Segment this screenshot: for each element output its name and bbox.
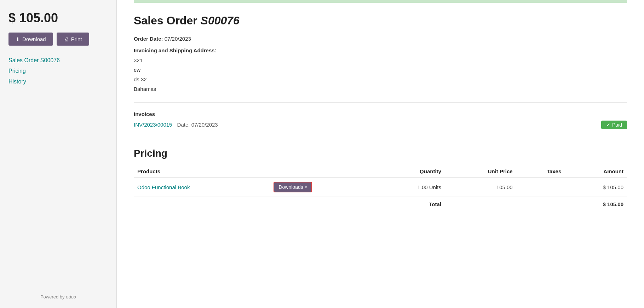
top-bar bbox=[134, 0, 627, 3]
order-date-label: Order Date: bbox=[134, 36, 163, 42]
download-label: Download bbox=[22, 36, 46, 42]
title-id: S00076 bbox=[201, 14, 240, 27]
address-line-2: ew bbox=[134, 65, 627, 75]
powered-by-text: Powered by bbox=[40, 294, 66, 300]
total-row: Total $ 105.00 bbox=[134, 197, 627, 212]
invoice-info: INV/2023/00015 Date: 07/20/2023 bbox=[134, 122, 218, 128]
product-link[interactable]: Odoo Functional Book bbox=[137, 184, 190, 190]
download-icon bbox=[16, 36, 20, 42]
sidebar-nav: Sales Order S00076 Pricing History bbox=[8, 56, 108, 87]
invoice-date: Date: 07/20/2023 bbox=[177, 122, 218, 128]
order-date-field: Order Date: 07/20/2023 bbox=[134, 36, 627, 42]
th-downloads bbox=[267, 165, 375, 178]
th-taxes: Taxes bbox=[516, 165, 565, 178]
order-date-value: 07/20/2023 bbox=[165, 36, 191, 42]
print-icon bbox=[64, 36, 69, 42]
invoice-date-value: 07/20/2023 bbox=[191, 122, 218, 128]
total-value: $ 105.00 bbox=[603, 201, 623, 207]
section-divider-1 bbox=[134, 102, 627, 103]
product-name-cell: Odoo Functional Book bbox=[134, 178, 267, 197]
print-label: Print bbox=[71, 36, 82, 42]
chevron-down-icon: ▾ bbox=[305, 185, 307, 190]
table-header-row: Products Quantity Unit Price Taxes Amoun… bbox=[134, 165, 627, 178]
sidebar-price: $ 105.00 bbox=[8, 11, 58, 25]
address-line-1: 321 bbox=[134, 56, 627, 65]
quantity-cell: 1.00 Units bbox=[375, 178, 445, 197]
invoice-date-label: Date: bbox=[177, 122, 190, 128]
invoice-number: INV/2023/00015 bbox=[134, 122, 172, 128]
sidebar: $ 105.00 Download Print Sales Order S000… bbox=[0, 0, 117, 308]
title-prefix: Sales Order bbox=[134, 14, 201, 27]
invoices-section: Invoices INV/2023/00015 Date: 07/20/2023… bbox=[134, 111, 627, 129]
invoice-link[interactable]: INV/2023/00015 bbox=[134, 122, 174, 128]
powered-by: Powered by odoo bbox=[8, 294, 108, 300]
th-unit-price: Unit Price bbox=[445, 165, 516, 178]
sidebar-item-pricing[interactable]: Pricing bbox=[8, 66, 108, 76]
downloads-button[interactable]: Downloads ▾ bbox=[274, 182, 312, 192]
unit-price-cell: 105.00 bbox=[445, 178, 516, 197]
amount-cell: $ 105.00 bbox=[565, 178, 627, 197]
address-label: Invoicing and Shipping Address: bbox=[134, 47, 217, 53]
total-empty-2 bbox=[267, 197, 375, 212]
taxes-cell bbox=[516, 178, 565, 197]
sidebar-buttons: Download Print bbox=[8, 33, 89, 46]
check-icon: ✓ bbox=[606, 122, 610, 128]
total-label: Total bbox=[429, 201, 441, 207]
downloads-label: Downloads bbox=[278, 184, 303, 190]
downloads-cell: Downloads ▾ bbox=[267, 178, 375, 197]
invoices-title: Invoices bbox=[134, 111, 627, 117]
paid-badge: ✓ Paid bbox=[601, 121, 627, 129]
sidebar-item-sales-order[interactable]: Sales Order S00076 bbox=[8, 56, 108, 65]
address-field: Invoicing and Shipping Address: 321 ew d… bbox=[134, 47, 627, 94]
table-row: Odoo Functional Book Downloads ▾ 1.00 Un… bbox=[134, 178, 627, 197]
pricing-title: Pricing bbox=[134, 148, 627, 159]
total-empty-4 bbox=[516, 197, 565, 212]
odoo-brand: odoo bbox=[66, 294, 76, 300]
address-line-3: ds 32 bbox=[134, 75, 627, 84]
paid-label: Paid bbox=[612, 122, 622, 128]
sidebar-item-history[interactable]: History bbox=[8, 77, 108, 87]
total-empty-1 bbox=[134, 197, 267, 212]
total-label-cell: Total bbox=[375, 197, 445, 212]
address-line-4: Bahamas bbox=[134, 84, 627, 94]
th-quantity: Quantity bbox=[375, 165, 445, 178]
invoice-row: INV/2023/00015 Date: 07/20/2023 ✓ Paid bbox=[134, 121, 627, 129]
total-empty-3 bbox=[445, 197, 516, 212]
main-content: Sales Order S00076 Order Date: 07/20/202… bbox=[117, 0, 644, 308]
print-button[interactable]: Print bbox=[57, 33, 89, 46]
address-block: 321 ew ds 32 Bahamas bbox=[134, 56, 627, 94]
th-amount: Amount bbox=[565, 165, 627, 178]
download-button[interactable]: Download bbox=[8, 33, 53, 46]
th-products: Products bbox=[134, 165, 267, 178]
sales-order-title: Sales Order S00076 bbox=[134, 14, 627, 27]
section-divider-2 bbox=[134, 139, 627, 139]
pricing-table: Products Quantity Unit Price Taxes Amoun… bbox=[134, 165, 627, 211]
total-value-cell: $ 105.00 bbox=[565, 197, 627, 212]
